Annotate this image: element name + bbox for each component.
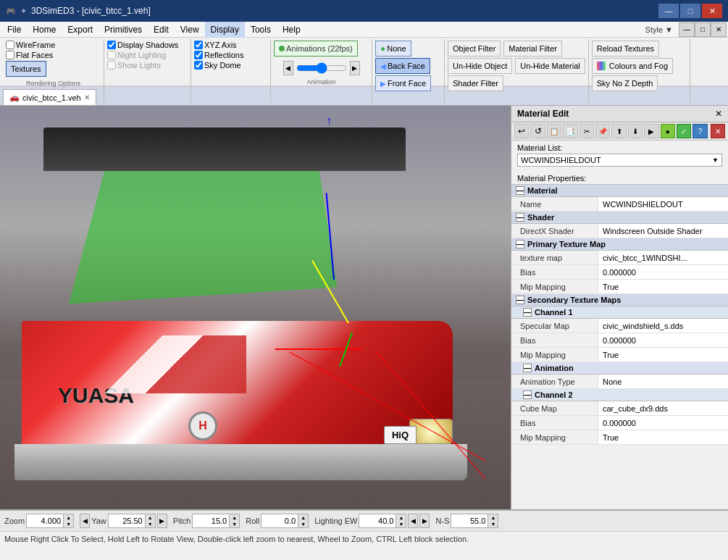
channel1-header[interactable]: — Channel 1 [511, 306, 728, 319]
mat-down-btn[interactable]: ⬇ [628, 124, 643, 138]
showlights-check[interactable]: Show Lights [107, 61, 161, 70]
colours-fog-button[interactable]: Colours and Fog [592, 58, 673, 74]
material-section-header[interactable]: — Material [511, 185, 728, 197]
flatfaces-checkbox[interactable] [6, 51, 14, 59]
zoom-up[interactable]: ▲ [63, 514, 73, 521]
yaw-down[interactable]: ▼ [145, 521, 155, 527]
primary-bias-value[interactable]: 0.000000 [598, 265, 728, 279]
menu-help[interactable]: Help [277, 22, 306, 38]
maximize-button[interactable]: □ [680, 4, 700, 18]
ch1-bias-value[interactable]: 0.000000 [598, 333, 728, 347]
toolbar-maximize[interactable]: □ [695, 22, 711, 37]
roll-up[interactable]: ▲ [298, 514, 308, 521]
ch2-bias-value[interactable]: 0.000000 [598, 416, 728, 430]
minimize-button[interactable]: — [658, 4, 679, 18]
ch1-mip-value[interactable]: True [598, 348, 728, 362]
channel2-header[interactable]: — Channel 2 [511, 389, 728, 401]
wireframe-checkbox[interactable] [6, 41, 14, 49]
menu-edit[interactable]: Edit [148, 22, 175, 38]
mat-help-btn[interactable]: ? [693, 124, 707, 138]
displayshadows-check[interactable]: Display Shadows [107, 41, 178, 49]
mat-paste-btn[interactable]: 📑 [563, 124, 577, 138]
mat-record-btn[interactable]: ● [661, 124, 675, 138]
mat-up-btn[interactable]: ⬆ [611, 124, 626, 138]
unhide-material-button[interactable]: Un-Hide Material [515, 58, 585, 74]
ns-down[interactable]: ▼ [488, 521, 498, 527]
reflections-check[interactable]: Reflections [194, 51, 243, 59]
material-name-value[interactable]: WCWINDSHIELDOUT [598, 197, 728, 211]
menu-file[interactable]: File [1, 22, 27, 38]
reload-textures-button[interactable]: Reload Textures [592, 41, 659, 57]
flatfaces-check[interactable]: Flat Faces [6, 51, 53, 59]
roll-input[interactable]: 0.0 [262, 514, 298, 527]
animation-collapse[interactable]: — [523, 364, 532, 372]
xyzaxis-checkbox[interactable] [194, 41, 203, 49]
lightingew-prev[interactable]: ◀ [408, 514, 418, 528]
nightlighting-check[interactable]: Night Lighting [107, 51, 166, 59]
anim-slider[interactable] [296, 63, 347, 73]
cube-map-value[interactable]: car_cube_dx9.dds [598, 401, 728, 415]
displayshadows-checkbox[interactable] [107, 41, 116, 49]
channel1-collapse[interactable]: — [523, 308, 532, 317]
lightingew-up[interactable]: ▲ [396, 514, 406, 521]
primary-texturemap-value[interactable]: civic_btcc_1WINDSHI... [598, 251, 728, 264]
reflections-checkbox[interactable] [194, 51, 203, 59]
mat-cut-btn[interactable]: ✂ [580, 124, 594, 138]
culling-backface-button[interactable]: ◀ Back Face [375, 58, 430, 74]
yaw-prev[interactable]: ◀ [80, 514, 90, 528]
toolbar-minimize[interactable]: — [679, 22, 695, 37]
primary-mip-value[interactable]: True [598, 280, 728, 293]
xyzaxis-check[interactable]: XYZ Axis [194, 41, 237, 49]
specular-map-value[interactable]: civic_windshield_s.dds [598, 319, 728, 333]
shader-collapse[interactable]: — [516, 213, 524, 222]
tab-close-btn[interactable]: ✕ [84, 93, 90, 101]
mat-close-btn2[interactable]: ✕ [711, 124, 725, 138]
menu-primitives[interactable]: Primitives [99, 22, 148, 38]
ns-input[interactable]: 55.0 [451, 514, 488, 527]
roll-down[interactable]: ▼ [298, 521, 308, 527]
unhide-object-button[interactable]: Un-Hide Object [448, 58, 512, 74]
yaw-up[interactable]: ▲ [145, 514, 155, 521]
material-edit-close[interactable]: ✕ [715, 109, 722, 119]
mat-back-btn[interactable]: ↩ [514, 124, 529, 138]
skydome-checkbox[interactable] [194, 61, 203, 70]
anim-next[interactable]: ▶ [350, 61, 360, 75]
pitch-down[interactable]: ▼ [229, 521, 239, 527]
yaw-input[interactable]: 25.50 [109, 514, 145, 527]
material-dropdown[interactable]: WCWINDSHIELDOUT ▼ [517, 154, 722, 167]
animation-subsection-header[interactable]: — Animation [511, 362, 728, 375]
shader-section-header[interactable]: — Shader [511, 212, 728, 224]
ns-up[interactable]: ▲ [488, 514, 498, 521]
mat-pin-btn[interactable]: 📌 [595, 124, 610, 138]
channel2-collapse[interactable]: — [523, 390, 532, 399]
menu-home[interactable]: Home [27, 22, 62, 38]
active-tab[interactable]: 🚗 civic_btcc_1.veh ✕ [3, 89, 96, 105]
culling-none-button[interactable]: ● None [375, 41, 411, 57]
textures-button[interactable]: Textures [6, 61, 46, 77]
primary-texture-header[interactable]: — Primary Texture Map [511, 238, 728, 251]
primary-texture-collapse[interactable]: — [516, 240, 524, 248]
material-filter-button[interactable]: Material Filter [503, 41, 562, 57]
mat-check-btn[interactable]: ✓ [677, 124, 691, 138]
pitch-up[interactable]: ▲ [229, 514, 239, 521]
3d-viewport[interactable]: YUASA H HiQ ↑ [0, 106, 511, 509]
sky-no-z-button[interactable]: Sky No Z Depth [592, 75, 658, 91]
pitch-input[interactable]: 15.0 [193, 514, 229, 527]
secondary-texture-collapse[interactable]: — [516, 296, 524, 304]
mat-forward-btn[interactable]: ↺ [530, 124, 545, 138]
shader-dx-value[interactable]: Windscreen Outside Shader [598, 224, 728, 238]
ch2-mip-value[interactable]: True [598, 430, 728, 444]
material-collapse[interactable]: — [516, 186, 524, 195]
secondary-texture-header[interactable]: — Secondary Texture Maps [511, 294, 728, 306]
menu-display[interactable]: Display [205, 22, 245, 38]
toolbar-close[interactable]: ✕ [711, 22, 727, 37]
object-filter-button[interactable]: Object Filter [448, 41, 501, 57]
lightingew-down[interactable]: ▼ [396, 521, 406, 527]
menu-view[interactable]: View [175, 22, 205, 38]
mat-copy-btn[interactable]: 📋 [547, 124, 561, 138]
close-button[interactable]: ✕ [702, 4, 722, 18]
lightingew-input[interactable]: 40.0 [359, 514, 396, 527]
menu-export[interactable]: Export [62, 22, 99, 38]
mat-play-btn[interactable]: ▶ [644, 124, 658, 138]
lightingew-next[interactable]: ▶ [419, 514, 430, 528]
